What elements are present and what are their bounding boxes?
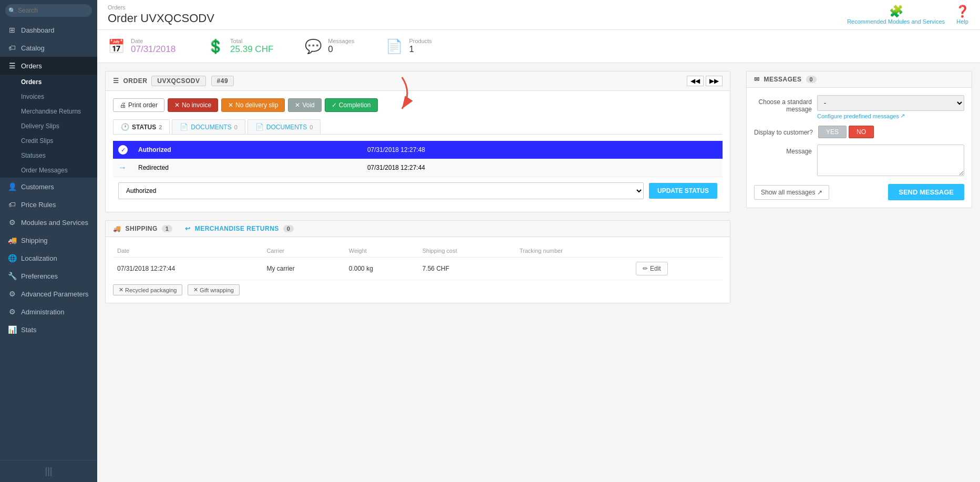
breadcrumb: Orders — [108, 4, 214, 11]
ship-tracking — [515, 258, 632, 280]
col-action — [632, 244, 723, 258]
total-label: Total — [230, 38, 273, 44]
sidebar-item-preferences[interactable]: 🔧 Preferences — [0, 267, 97, 285]
doc-icon2: 📄 — [255, 123, 264, 131]
show-messages-label: Show all messages — [761, 189, 815, 196]
date-value: 07/31/2018 — [131, 44, 176, 55]
order-card-body: 🖨 Print order ✕ No invoice ✕ No delivery… — [106, 91, 730, 212]
sidebar-item-catalog[interactable]: 🏷 Catalog — [0, 39, 97, 57]
status-table: ✓ Authorized 07/31/2018 12:27:48 → Redir… — [113, 141, 723, 177]
products-label: Products — [409, 38, 431, 44]
sidebar-item-shipping[interactable]: 🚚 Shipping — [0, 231, 97, 249]
tab-status[interactable]: 🕐 STATUS 2 — [113, 119, 170, 134]
sidebar-item-administration[interactable]: ⚙ Administration — [0, 303, 97, 321]
sidebar-item-label: Customers — [21, 183, 54, 191]
sidebar-item-localization[interactable]: 🌐 Localization — [0, 249, 97, 267]
page-title: Order UVXQCSODV — [108, 12, 214, 25]
edit-shipping-button[interactable]: ✏ Edit — [636, 262, 668, 275]
sidebar-item-label: Dashboard — [21, 26, 55, 34]
messages-card-body: Choose a standardmessage - Configure pre… — [747, 88, 972, 208]
no-invoice-button[interactable]: ✕ No invoice — [168, 98, 218, 112]
sidebar-sub-item-invoices[interactable]: Invoices — [0, 89, 97, 104]
status-name-authorized: Authorized — [133, 141, 362, 159]
standard-message-select[interactable]: - — [817, 95, 964, 111]
sidebar-item-label: Catalog — [21, 44, 45, 52]
help-icon: ❓ — [955, 5, 969, 18]
configure-predefined-messages-link[interactable]: Configure predefined messages ↗ — [817, 112, 964, 119]
sidebar-item-label: Advanced Parameters — [21, 290, 89, 298]
sidebar-item-label: Preferences — [21, 272, 58, 280]
next-order-button[interactable]: ▶▶ — [706, 76, 723, 86]
search-input[interactable] — [5, 4, 92, 17]
col-tracking: Tracking number — [515, 244, 632, 258]
action-buttons-container: 🖨 Print order ✕ No invoice ✕ No delivery… — [113, 98, 723, 112]
update-status-button[interactable]: UPDATE STATUS — [649, 183, 717, 199]
summary-bar: 📅 Date 07/31/2018 💲 Total 25.39 CHF 💬 Me… — [97, 30, 980, 63]
topbar-actions: 🧩 Recommended Modules and Services ❓ Hel… — [847, 5, 969, 25]
status-select[interactable]: Authorized Redirected Completion Void — [118, 182, 644, 199]
search-icon: 🔍 — [8, 7, 16, 14]
x-icon2: ✕ — [228, 101, 233, 109]
order-header-info: UVXQCSODV #49 — [151, 76, 234, 86]
void-button[interactable]: ✕ Void — [288, 98, 321, 112]
calendar-icon: 📅 — [108, 38, 125, 55]
standard-message-label: Choose a standardmessage — [754, 95, 812, 113]
help-button[interactable]: ❓ Help — [955, 5, 969, 25]
tab-documents1[interactable]: 📄 DOCUMENTS 0 — [172, 119, 245, 134]
order-icon: ☰ — [113, 77, 119, 85]
products-value: 1 — [409, 44, 431, 55]
recommended-modules-button[interactable]: 🧩 Recommended Modules and Services — [847, 5, 945, 25]
merch-returns-count: 0 — [283, 225, 294, 232]
catalog-icon: 🏷 — [7, 44, 17, 52]
x-icon3: ✕ — [295, 101, 300, 109]
yes-button[interactable]: YES — [818, 126, 847, 138]
sidebar-item-advanced[interactable]: ⚙ Advanced Parameters — [0, 285, 97, 303]
sidebar-sub-item-statuses[interactable]: Statuses — [0, 148, 97, 163]
no-button[interactable]: NO — [849, 126, 874, 138]
no-delivery-slip-button[interactable]: ✕ No delivery slip — [221, 98, 285, 112]
sub-item-label: Statuses — [21, 152, 46, 159]
sidebar-item-dashboard[interactable]: ⊞ Dashboard — [0, 21, 97, 39]
print-order-button[interactable]: 🖨 Print order — [113, 98, 164, 112]
completion-button[interactable]: ✓ Completion — [325, 98, 378, 112]
sidebar-sub-item-delivery-slips[interactable]: Delivery Slips — [0, 119, 97, 134]
tab-documents2[interactable]: 📄 DOCUMENTS 0 — [247, 119, 321, 134]
puzzle-icon: 🧩 — [889, 5, 903, 18]
status-date-authorized: 07/31/2018 12:27:48 — [362, 141, 723, 159]
summary-date: 📅 Date 07/31/2018 — [108, 38, 176, 55]
gift-wrapping-tag: ✕ Gift wrapping — [188, 284, 240, 295]
shipping-card-header: 🚚 SHIPPING 1 ↩ MERCHANDISE RETURNS 0 — [106, 221, 730, 237]
sidebar-sub-item-credit-slips[interactable]: Credit Slips — [0, 134, 97, 148]
topbar: Orders Order UVXQCSODV 🧩 Recommended Mod… — [97, 0, 980, 30]
ship-date: 07/31/2018 12:27:44 — [113, 258, 262, 280]
message-textarea[interactable] — [817, 145, 964, 176]
advanced-icon: ⚙ — [7, 290, 17, 298]
status-row-authorized: ✓ Authorized 07/31/2018 12:27:48 — [113, 141, 723, 159]
sidebar-sub-item-merchandise-returns[interactable]: Merchandise Returns — [0, 104, 97, 119]
summary-total: 💲 Total 25.39 CHF — [207, 38, 273, 55]
nav-arrows: ◀◀ ▶▶ — [687, 76, 723, 86]
ship-weight: 0.000 kg — [345, 258, 418, 280]
sidebar-item-modules[interactable]: ⚙ Modules and Services — [0, 213, 97, 231]
prev-order-button[interactable]: ◀◀ — [687, 76, 704, 86]
preferences-icon: 🔧 — [7, 272, 17, 280]
sidebar-sub-item-order-messages[interactable]: Order Messages — [0, 163, 97, 178]
sidebar-item-stats[interactable]: 📊 Stats — [0, 321, 97, 339]
show-all-messages-button[interactable]: Show all messages ↗ — [754, 185, 829, 200]
clock-icon: 🕐 — [121, 123, 129, 131]
sub-item-label: Merchandise Returns — [21, 108, 81, 115]
shipping-count: 1 — [162, 225, 173, 232]
sidebar-item-customers[interactable]: 👤 Customers — [0, 178, 97, 196]
status-update-row: Authorized Redirected Completion Void UP… — [113, 177, 723, 204]
sidebar-item-label: Price Rules — [21, 201, 56, 209]
sidebar-sub-item-orders[interactable]: Orders — [0, 75, 97, 89]
messages-section-label: MESSAGES — [764, 76, 802, 83]
send-message-button[interactable]: SEND MESSAGE — [888, 184, 964, 200]
sidebar-item-orders[interactable]: ☰ Orders — [0, 57, 97, 75]
sidebar-item-price-rules[interactable]: 🏷 Price Rules — [0, 196, 97, 213]
administration-icon: ⚙ — [7, 307, 17, 316]
sidebar: 🔍 ⊞ Dashboard 🏷 Catalog ☰ Orders Orders … — [0, 0, 97, 482]
shipping-table: Date Carrier Weight Shipping cost Tracki… — [113, 244, 723, 280]
sidebar-item-label: Administration — [21, 308, 64, 316]
message-row: Message — [754, 145, 964, 178]
